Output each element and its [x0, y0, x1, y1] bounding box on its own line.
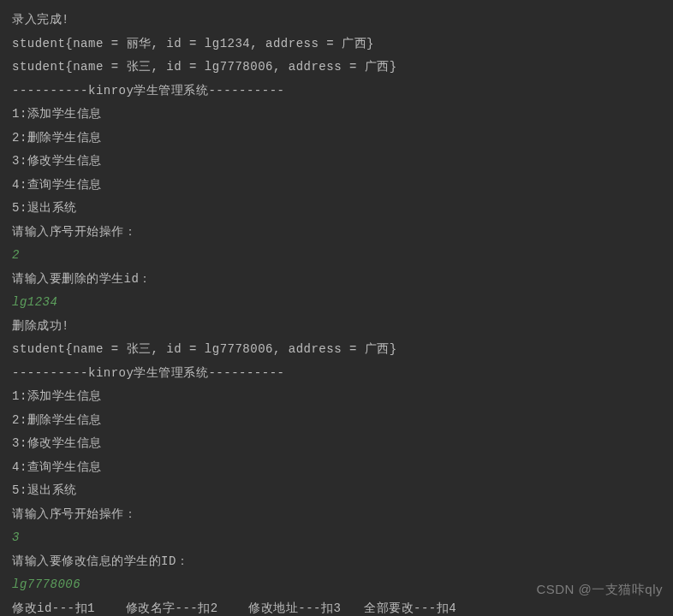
output-line: 3:修改学生信息 [12, 432, 661, 456]
output-line: 请输入要修改信息的学生的ID： [12, 550, 661, 574]
output-line: 录入完成! [12, 9, 661, 33]
output-line: 删除成功! [12, 315, 661, 339]
terminal-output: 录入完成!student{name = 丽华, id = lg1234, add… [12, 9, 661, 616]
output-line: 5:退出系统 [12, 197, 661, 221]
output-line: 2:删除学生信息 [12, 127, 661, 151]
output-line: student{name = 丽华, id = lg1234, address … [12, 33, 661, 56]
user-input-line: lg1234 [12, 291, 661, 315]
output-line: student{name = 张三, id = lg7778006, addre… [12, 338, 661, 362]
output-line: 1:添加学生信息 [12, 103, 661, 127]
user-input-line: 2 [12, 244, 661, 268]
user-input-line: 3 [12, 526, 661, 550]
output-line: ----------kinroy学生管理系统---------- [12, 362, 661, 386]
output-line: 4:查询学生信息 [12, 174, 661, 198]
output-line: 4:查询学生信息 [12, 456, 661, 480]
output-line: 请输入序号开始操作： [12, 503, 661, 527]
output-line: 2:删除学生信息 [12, 409, 661, 433]
output-line: student{name = 张三, id = lg7778006, addre… [12, 56, 661, 80]
watermark: CSDN @一支猫咔qly [536, 578, 663, 601]
output-line: 请输入序号开始操作： [12, 221, 661, 245]
output-line: 5:退出系统 [12, 479, 661, 503]
output-line: ----------kinroy学生管理系统---------- [12, 80, 661, 104]
output-line: 请输入要删除的学生id： [12, 268, 661, 292]
output-line: 1:添加学生信息 [12, 385, 661, 409]
output-line: 3:修改学生信息 [12, 150, 661, 174]
